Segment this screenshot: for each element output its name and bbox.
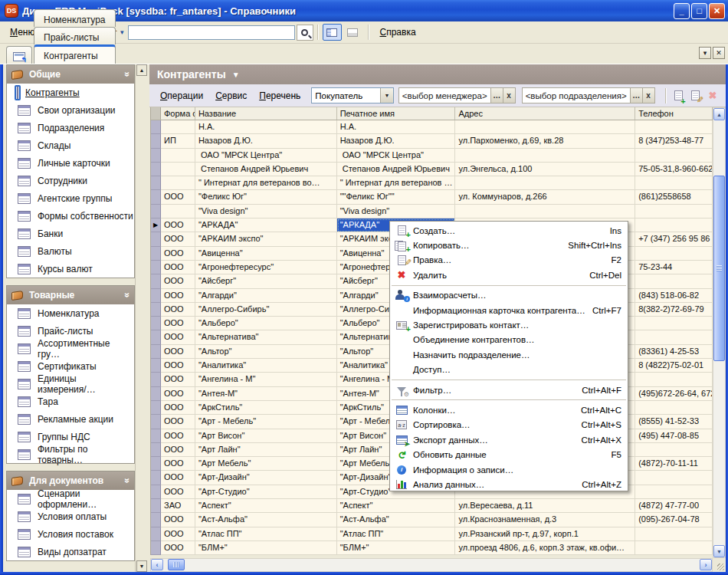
table-cell[interactable]: "Аллегро-Сибирь" <box>195 303 337 317</box>
table-cell[interactable]: 8 (347)253-48-77 <box>635 134 713 148</box>
table-cell[interactable]: ОАО "МРСК Центра" <box>337 149 456 163</box>
sidebar-item-Сотрудники[interactable]: Сотрудники <box>7 172 134 189</box>
table-row[interactable]: Степанов Андрей Юрьевич Степанов Андрей … <box>151 163 713 176</box>
table-cell[interactable]: (843) 518-06-82 <box>635 289 713 303</box>
sidebar-item-Ассортиментные гру…[interactable]: Ассортиментные гру… <box>7 340 134 357</box>
vertical-scroll-thumb[interactable] <box>713 176 725 361</box>
horizontal-scrollbar[interactable]: ‹ › <box>150 558 713 572</box>
resize-grip[interactable] <box>713 558 726 572</box>
collapse-icon[interactable]: « <box>122 293 133 298</box>
table-cell[interactable]: ООО <box>161 345 195 359</box>
table-cell[interactable]: ООО <box>161 443 195 457</box>
tab-Контрагенты[interactable]: Контрагенты <box>34 44 116 64</box>
sidebar-item-Банки[interactable]: Банки <box>7 225 134 242</box>
table-cell[interactable] <box>635 401 713 415</box>
filter-field-0[interactable]: <выбор менеджера>…x <box>398 87 516 104</box>
table-cell[interactable]: ООО <box>161 485 195 499</box>
horizontal-scroll-thumb[interactable] <box>168 559 185 570</box>
sidebar-item-Сценарии оформлени…[interactable]: Сценарии оформлени… <box>7 490 134 508</box>
table-cell[interactable]: "Атлас ПП" <box>195 527 337 541</box>
view-single-button[interactable] <box>343 24 362 41</box>
table-cell[interactable]: "Альберо" <box>195 317 337 330</box>
sidebar-item-Номенклатура[interactable]: Номенклатура <box>7 304 134 322</box>
table-cell[interactable] <box>635 527 713 541</box>
table-cell[interactable]: ООО <box>161 303 195 317</box>
panel-dropdown-icon[interactable]: ▼ <box>232 71 240 79</box>
sidebar-item-Свои организации[interactable]: Свои организации <box>7 101 134 119</box>
table-cell[interactable]: "Агронефтересурс" <box>195 261 337 274</box>
scroll-down-icon[interactable]: ▼ <box>136 560 147 572</box>
table-cell[interactable]: ООО <box>161 527 195 541</box>
table-cell[interactable] <box>161 149 195 163</box>
table-cell[interactable]: "Альтор" <box>195 345 337 359</box>
context-menu-item[interactable]: ✎Правка…F2 <box>390 253 628 268</box>
table-cell[interactable]: ООО <box>161 261 195 274</box>
table-cell[interactable]: "Альтернатива" <box>195 330 337 344</box>
sidebar-item-Рекламные акции[interactable]: Рекламные акции <box>7 410 134 428</box>
sidebar-item-Склады[interactable]: Склады <box>7 136 134 154</box>
table-cell[interactable] <box>635 149 713 163</box>
scroll-up-icon[interactable]: ▲ <box>713 108 725 120</box>
table-cell[interactable]: ООО <box>161 471 195 485</box>
view-panels-button[interactable] <box>323 24 342 41</box>
column-header-Название[interactable]: Название <box>195 107 337 120</box>
table-row[interactable]: Н.А.Н.А. <box>151 120 713 134</box>
table-cell[interactable]: "Ангелина - М" <box>195 373 337 386</box>
table-cell[interactable]: (095)-267-04-78 <box>635 513 713 527</box>
table-cell[interactable]: ООО <box>161 457 195 471</box>
table-cell[interactable] <box>635 330 713 344</box>
panel-menu-Операции[interactable]: Операции <box>154 87 209 104</box>
maximize-button[interactable]: □ <box>691 3 707 19</box>
table-cell[interactable]: (495)672-26-64, 672 <box>635 387 713 401</box>
table-cell[interactable]: ""Феликс Юг"" <box>337 190 456 204</box>
sidebar-item-Контрагенты[interactable]: Контрагенты <box>7 84 134 101</box>
delete-record-button[interactable]: ✖ <box>707 88 719 104</box>
context-menu-item[interactable]: iВзаиморасчеты… <box>390 288 628 303</box>
browse-button[interactable]: … <box>490 88 503 103</box>
table-cell[interactable]: "Viva design" <box>195 205 337 219</box>
context-menu-item[interactable]: a·zСортировка…Ctrl+Alt+S <box>390 418 628 432</box>
add-record-button[interactable]: + <box>673 88 685 104</box>
table-row[interactable]: ИПНазаров Д.Ю.Назаров Д.Ю.ул.Пархоменко,… <box>151 134 713 148</box>
table-cell[interactable]: 8(382-2)72-69-79 <box>635 303 713 317</box>
table-cell[interactable]: ООО <box>161 387 195 401</box>
table-cell[interactable]: "АРКАДА" <box>195 219 337 232</box>
tab-close-button[interactable]: ✕ <box>713 47 725 59</box>
table-cell[interactable]: "Viva design" <box>337 205 456 219</box>
close-button[interactable]: ✕ <box>709 3 725 19</box>
tab-Номенклатура[interactable]: Номенклатура <box>34 9 116 27</box>
table-cell[interactable]: (861)2558658 <box>635 190 713 204</box>
context-menu-item[interactable]: +Зарегистрировать контакт… <box>390 317 628 332</box>
table-cell[interactable] <box>635 471 713 485</box>
table-cell[interactable]: ул.Краснознаменная, д.3 <box>455 513 635 527</box>
table-cell[interactable]: Степанов Андрей Юрьевич <box>195 163 337 176</box>
sidebar-item-Условия оплаты[interactable]: Условия оплаты <box>7 508 134 525</box>
column-header-Телефон[interactable]: Телефон <box>635 107 713 120</box>
context-menu-item[interactable]: ⚙Фильтр…Ctrl+Alt+F <box>390 383 628 397</box>
table-cell[interactable]: "Атлас ПП" <box>337 527 456 541</box>
tab-list-dropdown-button[interactable]: ▾ <box>699 47 711 59</box>
table-cell[interactable] <box>635 443 713 457</box>
scroll-left-icon[interactable]: ‹ <box>151 559 163 570</box>
table-cell[interactable]: "БЛМ+" <box>195 541 337 555</box>
table-cell[interactable] <box>161 176 195 190</box>
table-cell[interactable]: " Интернат для ветеранов … <box>337 176 456 190</box>
table-cell[interactable] <box>635 247 713 261</box>
context-menu-item[interactable]: iИнформация о записи… <box>390 462 628 477</box>
table-cell[interactable]: "Феликс Юг" <box>195 190 337 204</box>
table-cell[interactable]: (83361) 4-25-53 <box>635 345 713 359</box>
sidebar-item-Условия поставок[interactable]: Условия поставок <box>7 525 134 543</box>
search-input[interactable] <box>128 25 295 40</box>
table-row[interactable]: ООО"Феликс Юг"""Феликс Юг""ул. Коммунаро… <box>151 190 713 204</box>
table-cell[interactable]: (4872) 47-77-00 <box>635 499 713 513</box>
sidebar-scrollbar[interactable]: ▲ ▼ <box>135 64 147 572</box>
column-header-Адрес[interactable]: Адрес <box>455 107 635 120</box>
table-cell[interactable]: "АРКАИМ экспо" <box>195 232 337 246</box>
table-cell[interactable]: 75-23-44 <box>635 261 713 274</box>
combo-dropdown-icon[interactable]: ▼ <box>380 88 393 103</box>
table-cell[interactable]: ООО <box>161 232 195 246</box>
vertical-scrollbar[interactable]: ▲ ▼ <box>713 107 726 558</box>
table-cell[interactable]: "Аспект" <box>337 499 456 513</box>
table-cell[interactable] <box>635 485 713 499</box>
table-cell[interactable]: ул. Коммунаров, д.266 <box>455 190 635 204</box>
